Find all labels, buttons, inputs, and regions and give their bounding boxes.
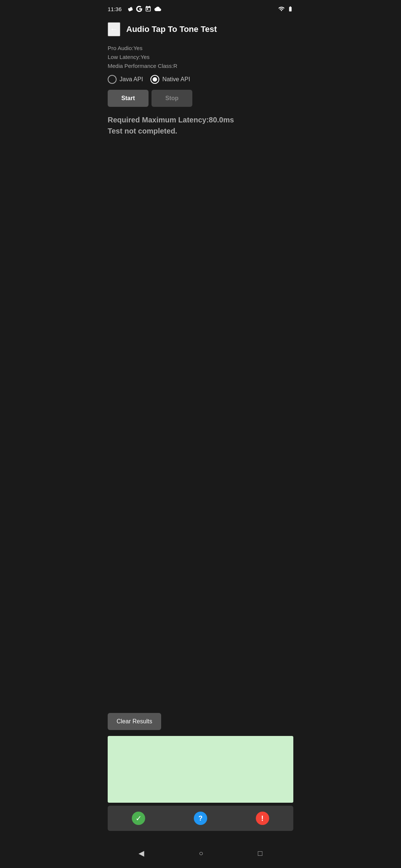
stop-button[interactable]: Stop [151, 90, 192, 107]
status-icons-right [278, 6, 293, 12]
native-radio-outer [150, 75, 159, 84]
java-radio-outer [108, 75, 117, 84]
nav-back-button[interactable]: ◀ [131, 846, 151, 861]
waveform-display [108, 736, 293, 803]
page-title: Audio Tap To Tone Test [126, 24, 217, 34]
native-radio-inner [153, 77, 157, 82]
native-api-label: Native API [162, 76, 190, 83]
status-time: 11:36 [108, 6, 122, 12]
check-icon: ✓ [132, 812, 145, 825]
api-radio-group: Java API Native API [108, 75, 293, 84]
java-api-radio[interactable]: Java API [108, 75, 143, 84]
fan-icon [127, 6, 134, 12]
question-icon: ? [194, 812, 207, 825]
info-section: Pro Audio:Yes Low Latency:Yes Media Perf… [108, 44, 293, 70]
java-api-label: Java API [120, 76, 143, 83]
google-icon [136, 6, 143, 12]
battery-icon [287, 6, 293, 12]
native-api-radio[interactable]: Native API [150, 75, 190, 84]
warning-button[interactable]: ! [231, 806, 293, 831]
main-content: Pro Audio:Yes Low Latency:Yes Media Perf… [100, 41, 301, 841]
navigation-bar: ◀ ○ □ [100, 841, 301, 868]
pro-audio-info: Pro Audio:Yes [108, 44, 293, 53]
exclamation-icon: ! [256, 812, 269, 825]
back-button[interactable]: ← [108, 22, 120, 36]
info-button[interactable]: ? [170, 806, 232, 831]
start-button[interactable]: Start [108, 90, 149, 107]
control-buttons: Start Stop [108, 90, 293, 107]
status-bar: 11:36 [100, 0, 301, 16]
media-perf-info: Media Performance Class:R [108, 62, 293, 70]
status-icons-row: ✓ ? ! [108, 806, 293, 831]
result-section: Required Maximum Latency:80.0ms Test not… [108, 114, 293, 137]
header: ← Audio Tap To Tone Test [100, 16, 301, 41]
result-line2: Test not completed. [108, 125, 293, 137]
wifi-icon [278, 6, 285, 12]
nav-recent-button[interactable]: □ [250, 846, 270, 861]
pass-button[interactable]: ✓ [108, 806, 170, 831]
clear-results-button[interactable]: Clear Results [108, 713, 161, 730]
cloud-icon [154, 6, 162, 12]
nav-home-button[interactable]: ○ [191, 846, 211, 861]
low-latency-info: Low Latency:Yes [108, 53, 293, 62]
result-line1: Required Maximum Latency:80.0ms [108, 114, 293, 125]
calendar-icon [145, 6, 151, 12]
